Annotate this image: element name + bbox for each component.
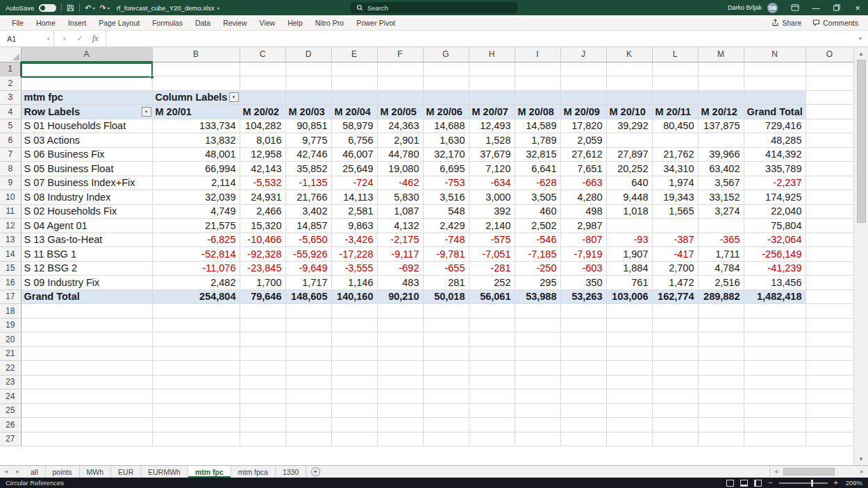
cell-C5[interactable]: 104,282 (240, 119, 285, 133)
cell-F11[interactable]: 1,087 (377, 204, 423, 219)
cell-L2[interactable] (652, 76, 698, 91)
cell-M20[interactable] (698, 333, 744, 347)
cell-E15[interactable]: -3,555 (331, 261, 377, 276)
cell-M16[interactable]: 2,516 (698, 276, 744, 290)
cell-A8[interactable]: S 05 Business Float (21, 162, 152, 176)
cell-L5[interactable]: 80,450 (652, 119, 698, 133)
cell-E14[interactable]: -17,228 (331, 247, 377, 262)
cell-O2[interactable] (806, 76, 853, 91)
cell-H25[interactable] (469, 403, 515, 418)
cell-H21[interactable] (469, 346, 515, 361)
row-header-23[interactable]: 23 (0, 375, 21, 389)
column-header-O[interactable]: O (806, 47, 853, 62)
select-all-button[interactable] (0, 47, 21, 62)
cell-G8[interactable]: 6,695 (423, 162, 469, 176)
cell-D24[interactable] (285, 389, 331, 404)
vertical-scrollbar[interactable]: ▲ ▼ (853, 47, 868, 465)
cell-F27[interactable] (377, 432, 423, 446)
cell-O14[interactable] (806, 247, 853, 262)
cell-M17[interactable]: 289,882 (698, 289, 744, 304)
cell-L26[interactable] (652, 418, 698, 432)
cell-I10[interactable]: 3,505 (515, 190, 560, 205)
cell-E2[interactable] (331, 76, 377, 91)
cell-F26[interactable] (377, 418, 423, 432)
cell-E13[interactable]: -3,426 (331, 233, 377, 247)
row-header-6[interactable]: 6 (0, 133, 21, 148)
vertical-scrollbar-thumb[interactable] (857, 60, 866, 223)
cell-M10[interactable]: 33,152 (698, 190, 744, 205)
cell-G5[interactable]: 14,688 (423, 119, 469, 133)
cell-A12[interactable]: S 04 Agent 01 (21, 219, 152, 233)
cell-C11[interactable]: 2,466 (240, 204, 285, 219)
cell-G7[interactable]: 32,170 (423, 147, 469, 162)
cell-A18[interactable] (21, 304, 152, 319)
cell-M8[interactable]: 63,402 (698, 162, 744, 176)
cell-A11[interactable]: S 02 Households Fix (21, 204, 152, 219)
cell-L15[interactable]: 2,700 (652, 261, 698, 276)
cell-F20[interactable] (377, 333, 423, 347)
cell-D26[interactable] (285, 418, 331, 432)
document-title[interactable]: rf_forecast_cube_Y20_demo.xlsx ▾ (117, 4, 219, 12)
sheet-tab-points[interactable]: points (46, 466, 80, 478)
cell-G24[interactable] (423, 389, 469, 404)
cell-D18[interactable] (285, 304, 331, 319)
cell-K19[interactable] (606, 318, 652, 333)
cell-L8[interactable]: 34,310 (652, 162, 698, 176)
row-header-4[interactable]: 4 (0, 105, 21, 119)
cell-O15[interactable] (806, 261, 853, 276)
name-box[interactable]: A1 ▾ (0, 31, 54, 47)
ribbon-tab-help[interactable]: Help (281, 15, 309, 30)
cell-C21[interactable] (240, 346, 285, 361)
cell-K17[interactable]: 103,006 (606, 289, 652, 304)
cell-B20[interactable] (152, 333, 240, 347)
cell-B1[interactable] (152, 62, 240, 76)
cell-D20[interactable] (285, 333, 331, 347)
column-header-H[interactable]: H (469, 47, 515, 62)
column-header-E[interactable]: E (331, 47, 377, 62)
cell-E27[interactable] (331, 432, 377, 446)
cell-J3[interactable] (560, 90, 606, 105)
cell-I7[interactable]: 32,815 (515, 147, 560, 162)
cell-J19[interactable] (560, 318, 606, 333)
cell-H15[interactable]: -281 (469, 261, 515, 276)
column-header-J[interactable]: J (560, 47, 606, 62)
minimize-button[interactable]: — (806, 0, 826, 15)
cell-G19[interactable] (423, 318, 469, 333)
cell-G14[interactable]: -9,781 (423, 247, 469, 262)
sheet-tab-eur[interactable]: EUR (111, 466, 141, 478)
column-header-G[interactable]: G (423, 47, 469, 62)
cell-K8[interactable]: 20,252 (606, 162, 652, 176)
search-input[interactable]: Search (351, 2, 517, 13)
cell-G3[interactable] (423, 90, 469, 105)
cell-C17[interactable]: 79,646 (240, 289, 285, 304)
cell-J15[interactable]: -603 (560, 261, 606, 276)
cell-G2[interactable] (423, 76, 469, 91)
cell-J11[interactable]: 498 (560, 204, 606, 219)
sheet-tab-1330[interactable]: 1330 (276, 466, 306, 478)
cell-H2[interactable] (469, 76, 515, 91)
cell-M25[interactable] (698, 403, 744, 418)
cell-B14[interactable]: -52,814 (152, 247, 240, 262)
cell-F21[interactable] (377, 346, 423, 361)
cell-J24[interactable] (560, 389, 606, 404)
save-icon[interactable] (67, 4, 74, 12)
cell-J4[interactable]: M 20/09 (560, 105, 606, 119)
cell-A3[interactable]: mtm fpc (21, 90, 152, 105)
cell-C4[interactable]: M 20/02 (240, 105, 285, 119)
cell-N7[interactable]: 414,392 (744, 147, 806, 162)
cell-D3[interactable] (285, 90, 331, 105)
cell-M1[interactable] (698, 62, 744, 76)
cell-I12[interactable]: 2,502 (515, 219, 560, 233)
cell-K20[interactable] (606, 333, 652, 347)
cell-A22[interactable] (21, 361, 152, 376)
cell-L1[interactable] (652, 62, 698, 76)
cell-H10[interactable]: 3,000 (469, 190, 515, 205)
cell-L24[interactable] (652, 389, 698, 404)
cell-I18[interactable] (515, 304, 560, 319)
cell-O3[interactable] (806, 90, 853, 105)
cell-D22[interactable] (285, 361, 331, 376)
new-sheet-button[interactable]: + (306, 466, 324, 478)
cell-B13[interactable]: -6,825 (152, 233, 240, 247)
cell-K11[interactable]: 1,018 (606, 204, 652, 219)
cell-C26[interactable] (240, 418, 285, 432)
